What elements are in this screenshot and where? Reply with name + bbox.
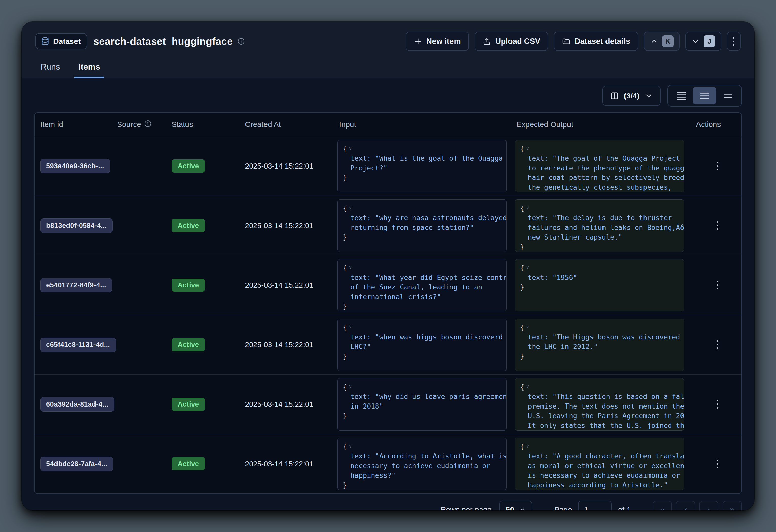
columns-count-label: (3/4): [624, 92, 639, 100]
col-header-created-at[interactable]: Created At: [239, 120, 333, 129]
status-badge: Active: [172, 279, 205, 292]
row-actions-button[interactable]: [713, 339, 723, 350]
expected-output-json-cell[interactable]: {∨text: "A good character, often transla…: [515, 438, 684, 490]
col-header-status[interactable]: Status: [165, 120, 239, 129]
row-actions-button[interactable]: [713, 399, 723, 409]
page-label: Page: [554, 505, 572, 510]
input-json-cell[interactable]: {∨text: "What year did Egypt seize contr…: [338, 259, 507, 312]
item-id-pill[interactable]: 60a392da-81ad-4...: [40, 397, 114, 412]
kebab-icon: [717, 165, 719, 167]
pager: « ‹ › »: [652, 501, 742, 510]
rows-per-page-select[interactable]: 50: [499, 501, 532, 510]
table-row[interactable]: b813ed0f-0584-4... Active 2025-03-14 15:…: [35, 196, 741, 255]
expected-output-json-cell[interactable]: {∨text: "The delay is due to thrusterfai…: [515, 199, 684, 252]
density-medium-option[interactable]: [693, 87, 716, 105]
density-tall-option[interactable]: [716, 87, 740, 105]
header-more-actions-button[interactable]: [727, 32, 741, 51]
chevron-down-icon: [644, 91, 653, 101]
columns-visibility-button[interactable]: (3/4): [602, 86, 661, 106]
rows-per-page-value: 50: [506, 505, 514, 510]
title-info-icon[interactable]: [237, 37, 245, 45]
item-id-pill[interactable]: 54dbdc28-7afa-4...: [40, 457, 113, 471]
input-json-cell[interactable]: {∨text: "What is the goal of the QuaggaP…: [338, 140, 507, 192]
page-title: search-dataset_huggingface: [93, 36, 233, 47]
row-actions-button[interactable]: [713, 220, 723, 231]
upload-csv-label: Upload CSV: [495, 37, 540, 46]
row-actions-button[interactable]: [713, 161, 723, 171]
dataset-details-button[interactable]: Dataset details: [554, 32, 638, 51]
input-json-cell[interactable]: {∨text: "when was higgs boson discoverd …: [338, 319, 507, 371]
last-page-button[interactable]: »: [723, 501, 742, 510]
items-table: Item id Source Status Created At Input E…: [34, 112, 742, 494]
status-badge: Active: [172, 457, 205, 471]
expected-output-json-cell[interactable]: {∨text: "The goal of the Quagga Project …: [515, 140, 684, 192]
table-row[interactable]: 593a40a9-36cb-... Active 2025-03-14 15:2…: [35, 136, 741, 196]
expected-output-json-cell[interactable]: {∨text: "The Higgs boson was discovered …: [515, 319, 684, 371]
status-badge: Active: [172, 159, 205, 173]
first-page-button[interactable]: «: [652, 501, 672, 510]
row-actions-button[interactable]: [713, 459, 723, 469]
two-lines-icon: [722, 91, 734, 101]
table-controls: (3/4): [34, 85, 742, 107]
page-number-input[interactable]: [578, 501, 612, 510]
source-cell: [111, 255, 165, 315]
previous-item-shortcut-button[interactable]: K: [644, 32, 680, 51]
next-item-shortcut-button[interactable]: J: [685, 32, 721, 51]
tab-items[interactable]: Items: [74, 59, 104, 78]
pagination-footer: Rows per page 50 Page of 1 « ‹ › »: [34, 500, 742, 510]
kebab-icon: [717, 344, 719, 345]
input-json-cell[interactable]: {∨text: "why did us leave paris agreemen…: [338, 378, 507, 430]
created-at-value: 2025-03-14 15:22:01: [239, 434, 333, 494]
item-id-pill[interactable]: b813ed0f-0584-4...: [40, 218, 113, 233]
page-count-label: of 1: [618, 505, 631, 510]
source-info-icon[interactable]: [144, 120, 152, 129]
tab-bar: Runs Items: [35, 59, 741, 78]
status-badge: Active: [172, 219, 205, 232]
density-compact-option[interactable]: [669, 87, 693, 105]
status-badge: Active: [172, 398, 205, 411]
kebab-icon: [717, 285, 719, 286]
table-header-row: Item id Source Status Created At Input E…: [35, 113, 741, 136]
chevron-up-icon: [650, 37, 658, 46]
created-at-value: 2025-03-14 15:22:01: [239, 136, 333, 196]
chevron-down-icon: [692, 37, 700, 46]
expected-output-json-cell[interactable]: {∨text: "1956"}: [515, 259, 684, 312]
source-cell: [111, 196, 165, 255]
table-row[interactable]: e5401772-84f9-4... Active 2025-03-14 15:…: [35, 255, 741, 315]
app-window: Dataset search-dataset_huggingface New i…: [21, 22, 755, 510]
created-at-value: 2025-03-14 15:22:01: [239, 375, 333, 434]
next-page-button[interactable]: ›: [699, 501, 719, 510]
col-header-expected-output[interactable]: Expected Output: [510, 120, 688, 129]
source-cell: [111, 136, 165, 196]
previous-page-button[interactable]: ‹: [676, 501, 695, 510]
expected-output-json-cell[interactable]: {∨text: "This question is based on a fal…: [515, 378, 684, 430]
item-id-pill[interactable]: 593a40a9-36cb-...: [40, 159, 110, 173]
status-badge: Active: [172, 338, 205, 351]
keycap-j: J: [704, 35, 715, 47]
table-row[interactable]: 54dbdc28-7afa-4... Active 2025-03-14 15:…: [35, 434, 741, 494]
col-header-source[interactable]: Source: [111, 120, 165, 129]
main-content: (3/4) Item id Source: [21, 78, 755, 510]
table-row[interactable]: 60a392da-81ad-4... Active 2025-03-14 15:…: [35, 374, 741, 434]
item-id-pill[interactable]: e5401772-84f9-4...: [40, 278, 112, 293]
three-lines-icon: [699, 91, 710, 101]
input-json-cell[interactable]: {∨text: "According to Aristotle, what is…: [338, 438, 507, 490]
input-json-cell[interactable]: {∨text: "why are nasa astronauts delayed…: [338, 199, 507, 252]
database-icon: [40, 37, 50, 46]
table-body: 593a40a9-36cb-... Active 2025-03-14 15:2…: [35, 136, 741, 494]
tab-runs[interactable]: Runs: [36, 59, 64, 78]
kebab-icon: [717, 403, 719, 405]
table-row[interactable]: c65f41c8-1131-4d... Active 2025-03-14 15…: [35, 315, 741, 374]
item-id-pill[interactable]: c65f41c8-1131-4d...: [40, 338, 116, 352]
chevron-down-icon: [519, 506, 526, 510]
kebab-icon: [717, 225, 719, 226]
col-header-input[interactable]: Input: [333, 120, 510, 129]
row-actions-button[interactable]: [713, 280, 723, 291]
upload-csv-button[interactable]: Upload CSV: [474, 32, 548, 51]
col-header-actions: Actions: [688, 120, 741, 129]
upload-icon: [482, 37, 491, 46]
created-at-value: 2025-03-14 15:22:01: [239, 255, 333, 315]
col-header-item-id[interactable]: Item id: [35, 120, 111, 129]
new-item-button[interactable]: New item: [406, 32, 469, 51]
dataset-badge-label: Dataset: [53, 37, 80, 46]
